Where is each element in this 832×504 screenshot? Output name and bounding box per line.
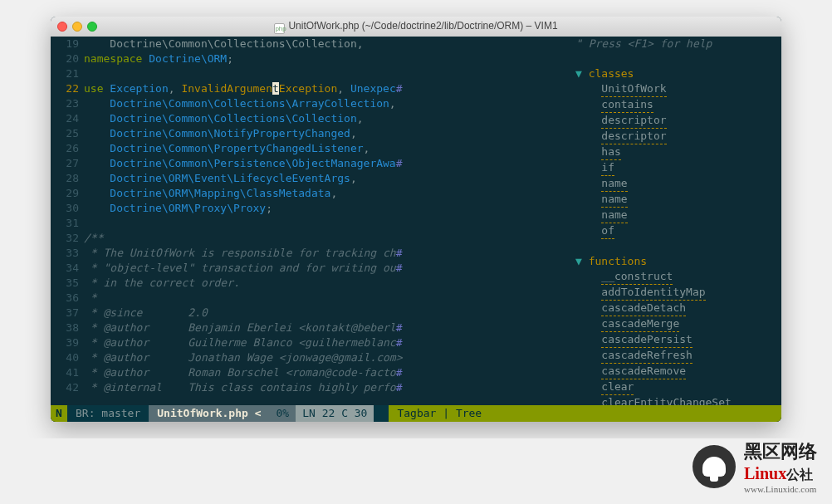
- tagbar-item[interactable]: clear: [575, 379, 781, 395]
- line-number: 39: [51, 335, 79, 350]
- line-gutter: 1920212223242526272829303132333435363738…: [51, 37, 84, 405]
- traffic-lights: [57, 22, 97, 32]
- status-gap: [374, 405, 389, 422]
- code-line[interactable]: * in the correct order.: [84, 276, 570, 291]
- code-line[interactable]: Doctrine\Common\Collections\ArrayCollect…: [84, 96, 570, 111]
- line-number: 40: [51, 350, 79, 365]
- line-number: 42: [51, 380, 79, 395]
- code-line[interactable]: * @internal This class contains highly p…: [84, 380, 570, 395]
- code-line[interactable]: Doctrine\Common\NotifyPropertyChanged,: [84, 126, 570, 141]
- scroll-percent: 0%: [270, 405, 296, 422]
- file-icon: php: [274, 23, 285, 34]
- code-line[interactable]: * The UnitOfWork is responsible for trac…: [84, 246, 570, 261]
- tagbar-item[interactable]: name: [575, 176, 781, 192]
- tagbar-item[interactable]: cascadeMerge: [575, 316, 781, 332]
- tagbar-section-classes[interactable]: ▼ classes: [575, 66, 781, 81]
- code-line[interactable]: /**: [84, 231, 570, 246]
- tagbar-panel[interactable]: " Press <F1> for help ▼ classes UnitOfWo…: [570, 37, 781, 405]
- code-line[interactable]: Doctrine\Common\Collections\Collection,: [84, 37, 570, 51]
- line-number: 28: [51, 171, 79, 186]
- line-number: 38: [51, 321, 79, 335]
- line-number: 37: [51, 306, 79, 321]
- line-number: 41: [51, 365, 79, 380]
- line-number: 19: [51, 37, 79, 51]
- line-number: 30: [51, 201, 79, 216]
- code-line[interactable]: * "object-level" transaction and for wri…: [84, 261, 570, 276]
- line-number: 33: [51, 246, 79, 261]
- code-line[interactable]: *: [84, 291, 570, 306]
- line-number: 22: [51, 81, 79, 96]
- tagbar-help: " Press <F1> for help: [575, 37, 781, 51]
- line-number: 20: [51, 51, 79, 66]
- line-number: 26: [51, 141, 79, 156]
- tagbar-item[interactable]: UnitOfWork: [575, 81, 781, 97]
- vim-window: phpUnitOfWork.php (~/Code/doctrine2/lib/…: [51, 17, 781, 422]
- tagbar-item[interactable]: name: [575, 208, 781, 223]
- line-number: 21: [51, 66, 79, 81]
- tagbar-item[interactable]: cascadeDetach: [575, 301, 781, 316]
- minimize-icon[interactable]: [72, 22, 82, 32]
- line-number: 29: [51, 186, 79, 201]
- status-right: Tagbar | Tree: [389, 405, 781, 422]
- tagbar-item[interactable]: of: [575, 223, 781, 239]
- code-line[interactable]: * @author Jonathan Wage <jonwage@gmail.c…: [84, 350, 570, 365]
- line-number: 35: [51, 276, 79, 291]
- line-number: 23: [51, 96, 79, 111]
- code-buffer[interactable]: Doctrine\Common\Collections\Collection,n…: [84, 37, 570, 405]
- code-line[interactable]: * @author Benjamin Eberlei <kontakt@bebe…: [84, 321, 570, 335]
- tagbar-item[interactable]: contains: [575, 97, 781, 113]
- window-title: phpUnitOfWork.php (~/Code/doctrine2/lib/…: [51, 20, 781, 34]
- line-number: 24: [51, 111, 79, 126]
- code-line[interactable]: Doctrine\ORM\Event\LifecycleEventArgs,: [84, 171, 570, 186]
- zoom-icon[interactable]: [87, 22, 97, 32]
- close-icon[interactable]: [57, 22, 67, 32]
- line-number: 31: [51, 216, 79, 231]
- cursor-position: LN 22 C 30: [296, 405, 374, 422]
- tagbar-item[interactable]: cascadeRefresh: [575, 348, 781, 364]
- code-line[interactable]: Doctrine\ORM\Proxy\Proxy;: [84, 201, 570, 216]
- code-line[interactable]: Doctrine\ORM\Mapping\ClassMetadata,: [84, 186, 570, 201]
- editor-area[interactable]: 1920212223242526272829303132333435363738…: [51, 37, 781, 405]
- tagbar-section-functions[interactable]: ▼ functions: [575, 254, 781, 269]
- tagbar-item[interactable]: has: [575, 144, 781, 160]
- tagbar-item[interactable]: __construct: [575, 269, 781, 285]
- code-line[interactable]: * @author Guilherme Blanco <guilhermebla…: [84, 335, 570, 350]
- code-line[interactable]: Doctrine\Common\PropertyChangedListener,: [84, 141, 570, 156]
- code-line[interactable]: * @author Roman Borschel <roman@code-fac…: [84, 365, 570, 380]
- mode-indicator: N: [51, 405, 67, 422]
- line-number: 25: [51, 126, 79, 141]
- code-line[interactable]: use Exception, InvalidArgumentException,…: [84, 81, 570, 96]
- code-line[interactable]: namespace Doctrine\ORM;: [84, 51, 570, 66]
- code-line[interactable]: Doctrine\Common\Persistence\ObjectManage…: [84, 156, 570, 171]
- tagbar-item[interactable]: name: [575, 192, 781, 208]
- tagbar-item[interactable]: descriptor: [575, 113, 781, 129]
- tagbar-item[interactable]: if: [575, 160, 781, 176]
- titlebar[interactable]: phpUnitOfWork.php (~/Code/doctrine2/lib/…: [51, 17, 781, 37]
- tagbar-item[interactable]: addToIdentityMap: [575, 285, 781, 301]
- statusbar: N BR: master UnitOfWork.php < 0% LN 22 C…: [51, 405, 781, 422]
- code-line[interactable]: Doctrine\Common\Collections\Collection,: [84, 111, 570, 126]
- filename: UnitOfWork.php <: [149, 405, 269, 422]
- code-line[interactable]: [84, 216, 570, 231]
- line-number: 34: [51, 261, 79, 276]
- line-number: 36: [51, 291, 79, 306]
- line-number: 27: [51, 156, 79, 171]
- tagbar-item[interactable]: descriptor: [575, 129, 781, 144]
- code-line[interactable]: * @since 2.0: [84, 306, 570, 321]
- code-line[interactable]: [84, 66, 570, 81]
- tagbar-item[interactable]: cascadeRemove: [575, 364, 781, 379]
- line-number: 32: [51, 231, 79, 246]
- tagbar-item[interactable]: cascadePersist: [575, 332, 781, 348]
- git-branch: BR: master: [67, 405, 149, 422]
